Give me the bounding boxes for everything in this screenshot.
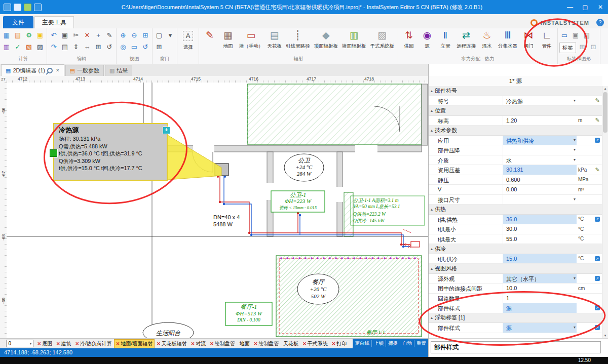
param-section[interactable]: ▴技术参数 — [429, 126, 602, 136]
drawing-viewport[interactable]: ~~~ 公卫 +24 °C 284 W 餐厅 — [7, 83, 428, 338]
zoom-out-icon[interactable]: ⊖ — [129, 30, 139, 41]
move-icon[interactable]: ⇕ — [71, 42, 81, 52]
layer-toggle[interactable]: ✕天花板辐射 — [155, 339, 189, 348]
redo-icon[interactable]: ↷ — [49, 42, 59, 52]
tab-main-tools[interactable]: 主要工具 — [34, 16, 74, 28]
zoom-extents-icon[interactable]: ▭ — [129, 42, 139, 52]
building-icon[interactable] — [34, 4, 42, 11]
param-value[interactable]: 55.0 — [503, 234, 577, 244]
calc-check-icon[interactable]: ✓ — [13, 42, 23, 52]
layer-toggle[interactable]: ✕打印 — [330, 339, 349, 348]
calc-run-icon[interactable]: ⚙ — [24, 30, 34, 41]
panel-splitter[interactable] — [429, 338, 608, 339]
target-icon[interactable]: + — [93, 30, 103, 41]
room-label-gongwei[interactable]: 公卫 +24 °C 284 W — [284, 154, 324, 181]
manifold-tool[interactable]: Ⅲ分集水器 — [497, 29, 519, 49]
dry-system-panel-tool[interactable]: ▨干式系统板 — [369, 29, 396, 49]
dropdown-icon[interactable]: ▾ — [574, 157, 576, 162]
scroll-down-icon[interactable]: ▾ — [602, 334, 608, 338]
pan-icon[interactable]: ◎ — [118, 42, 128, 52]
zoom-in-icon[interactable]: ⊕ — [118, 30, 128, 41]
param-section[interactable]: ▴视图风格 — [429, 264, 602, 274]
tab-results[interactable]: ▥ 结果 — [105, 65, 132, 76]
layer-select[interactable]: 0 ▾ — [6, 340, 33, 347]
param-value[interactable]: 15.0 — [503, 254, 577, 264]
leaf-icon[interactable] — [24, 4, 31, 11]
save-icon[interactable] — [14, 4, 21, 11]
layer-toggle[interactable]: ✕对流 — [189, 339, 208, 348]
close-button[interactable]: ✕ — [593, 0, 608, 14]
calc-settings-icon[interactable]: ▨ — [35, 42, 45, 52]
dropdown-icon[interactable]: ▾ — [574, 325, 576, 330]
dropdown-icon[interactable]: ▾ — [574, 98, 576, 103]
label-tool[interactable]: 标签 — [559, 42, 576, 53]
link-icon[interactable]: ↗ — [595, 217, 600, 222]
param-section[interactable]: ▴部件符号 — [429, 86, 602, 96]
link-icon[interactable]: ↗ — [595, 138, 600, 143]
window-new-icon[interactable]: ▢ — [154, 30, 164, 41]
layer-toggle[interactable]: ✕绘制盘管 - 地面 — [208, 339, 251, 348]
pencil-icon[interactable]: ✎ — [595, 97, 599, 104]
layer-toggle[interactable]: ✕底图 — [35, 339, 54, 348]
layer-toggle[interactable]: ✕绘制盘管 - 天花板 — [252, 339, 300, 348]
tab-general-params[interactable]: ▤ 一般参数 — [65, 65, 104, 76]
undo-icon[interactable]: ↶ — [49, 30, 59, 41]
calc-sheet-icon[interactable]: ▤ — [13, 30, 23, 41]
param-section[interactable]: ▴位置 — [429, 106, 602, 116]
lead-pipe-route-tool[interactable]: ┊引线管路径 — [284, 29, 312, 49]
delete-icon[interactable]: ✕ — [82, 30, 92, 41]
quick-toggle[interactable]: 自动 — [400, 340, 414, 347]
floor-tool[interactable]: ▦地面 — [219, 29, 237, 49]
param-value[interactable]: 源 — [503, 303, 577, 313]
mirror-icon[interactable]: ⇔ — [82, 42, 92, 52]
param-value[interactable]: ▾ — [503, 195, 577, 205]
dropdown-icon[interactable]: ▾ — [574, 276, 576, 280]
param-value[interactable]: 1.20 — [503, 116, 577, 126]
tab-close-icon[interactable]: ✕ — [56, 68, 60, 73]
graphic-frame-icon[interactable]: ▣ — [571, 30, 581, 41]
file-menu-button[interactable]: 文件 — [3, 16, 33, 28]
param-value[interactable]: 源▾ — [503, 323, 577, 333]
pencil-icon[interactable]: ✎ — [595, 117, 599, 124]
param-value[interactable]: 1 — [503, 294, 577, 303]
radiant-zone-strip[interactable] — [344, 192, 353, 236]
floor-plan-canvas[interactable]: ~~~ 公卫 +24 °C 284 W 餐厅 — [7, 83, 428, 338]
radiant-zone-top[interactable] — [248, 84, 422, 145]
tooltip-anchor-icon[interactable] — [50, 149, 57, 157]
param-value[interactable]: 0.600 — [503, 175, 577, 185]
mixing-unit-tool[interactable]: ♨混水 — [478, 29, 496, 49]
pin-icon[interactable] — [46, 66, 54, 74]
layer-toggle[interactable]: ✕冷/热负荷计算 — [73, 339, 114, 348]
pipe-fitting-tool[interactable]: ∟管件 — [538, 29, 555, 49]
help-button[interactable]: ? — [596, 19, 604, 26]
link-icon[interactable]: ↗ — [595, 305, 600, 310]
window-tile-icon[interactable]: ⊞ — [154, 42, 164, 52]
riser-tool[interactable]: ‖立管 — [437, 29, 454, 49]
cut-icon[interactable]: ✂ — [71, 30, 81, 41]
param-value[interactable]: 供热和供冷▾ — [503, 136, 577, 145]
ceiling-radiant-panel-tool[interactable]: ◆顶面辐射板 — [313, 29, 340, 49]
param-value[interactable]: 0.00 — [503, 185, 577, 194]
wall-radiant-panel-tool[interactable]: ▥墙面辐射板 — [340, 29, 368, 49]
graphic-box-icon[interactable]: ⊡ — [588, 42, 598, 52]
layer-toggle[interactable]: ✕建筑 — [54, 339, 73, 348]
dropdown-icon[interactable]: ▾ — [574, 197, 576, 201]
link-icon[interactable]: ↗ — [595, 325, 600, 330]
move-handle-icon[interactable]: + — [163, 127, 170, 134]
tab-2d-editor[interactable]: ▦ 2D编辑器 (1) ✕ — [1, 64, 64, 76]
pencil-icon[interactable]: ✎ — [595, 167, 599, 173]
param-value[interactable]: 10.0 — [503, 284, 577, 293]
label-shape-icon[interactable]: ▭ — [559, 30, 569, 41]
window-dropdown-icon[interactable]: ▾ — [165, 30, 175, 41]
wall-manual-tool[interactable]: ▭墙（手动） — [238, 29, 265, 49]
pipe-label-gongwei[interactable]: 公卫-1-1 A面积=3.1 m VA=50 mm L总长=53.1 Q供热=2… — [351, 196, 425, 225]
array-icon[interactable]: ⊞ — [93, 42, 103, 52]
edit-pencil-icon[interactable]: ✎ — [104, 30, 115, 41]
quick-toggle[interactable]: 捕捉 — [386, 340, 400, 347]
quick-toggle[interactable]: 重置 — [414, 340, 428, 347]
graphic-grid-icon[interactable]: ⊞ — [577, 42, 587, 52]
room-label-canting[interactable]: 餐厅 +20 °C 502 W — [297, 274, 339, 304]
draw-tool[interactable]: ✎ — [201, 29, 218, 43]
calc-result-icon[interactable]: ▣ — [35, 30, 45, 41]
layer-toggle[interactable]: ✕干式系统 — [300, 339, 330, 348]
